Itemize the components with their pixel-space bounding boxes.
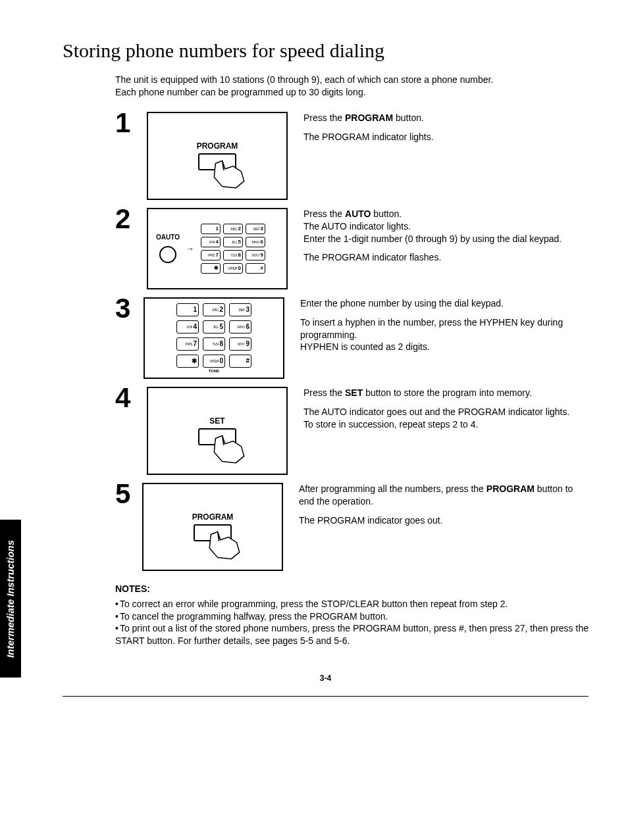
key-7: PRS7	[176, 337, 199, 351]
key-hash: #	[246, 263, 265, 274]
intro-paragraph: The unit is equipped with 10 stations (0…	[115, 74, 589, 99]
step-1: 1 PROGRAM Press the PROGRAM button. The …	[115, 112, 589, 200]
step-1-text: Press the PROGRAM button. The PROGRAM in…	[303, 112, 434, 150]
key-0: OPER0	[223, 263, 243, 274]
note-item: To cancel the programming halfway, press…	[115, 610, 589, 623]
key-5: JKL5	[223, 237, 243, 247]
key-1: 1	[201, 224, 221, 234]
step-5-text: After programming all the numbers, press…	[299, 483, 589, 533]
key-2: ABC2	[223, 224, 243, 234]
step-2: 2 OAUTO → 1 ABC2 DEF3 GHI4 JKL5 MNO6 PRS…	[115, 208, 589, 289]
note-item: To correct an error while programming, p…	[115, 598, 589, 610]
footer-rule	[63, 696, 589, 697]
page-content: Storing phone numbers for speed dialing …	[0, 0, 628, 723]
key-hash: #	[229, 355, 251, 368]
step-5: 5 PROGRAM After programming all the numb…	[115, 483, 589, 571]
note-item: To print out a list of the stored phone …	[115, 622, 589, 647]
hand-icon	[209, 157, 249, 191]
auto-label: OAUTO	[156, 234, 180, 241]
key-6: MNO6	[246, 237, 265, 247]
hand-icon	[204, 528, 245, 562]
step-number: 5	[115, 480, 142, 508]
key-6: MNO6	[229, 320, 251, 334]
step-1-figure: PROGRAM	[147, 112, 288, 200]
page-number: 3-4	[63, 674, 589, 683]
dial-keypad: 1 ABC2 DEF3 GHI4 JKL5 MNO6 PRS7 TUV8 WXY…	[201, 224, 265, 274]
dial-keypad-large: 1 ABC2 DEF3 GHI4 JKL5 MNO6 PRS7 TUV8 WXY…	[176, 303, 251, 368]
step-3: 3 1 ABC2 DEF3 GHI4 JKL5 MNO6 PRS7 TUV8 W…	[115, 297, 589, 379]
key-3: DEF3	[246, 224, 265, 234]
arrow-icon: →	[186, 244, 194, 253]
key-4: GHI4	[176, 320, 199, 334]
key-star: ✱	[201, 263, 221, 274]
key-9: WXY9	[229, 337, 251, 351]
notes-heading: NOTES:	[115, 583, 589, 595]
step-2-figure: OAUTO → 1 ABC2 DEF3 GHI4 JKL5 MNO6 PRS7 …	[147, 208, 288, 289]
step-3-text: Enter the phone number by using the dial…	[300, 297, 589, 360]
program-label: PROGRAM	[192, 512, 234, 522]
intro-line1: The unit is equipped with 10 stations (0…	[115, 74, 493, 85]
set-label: SET	[209, 416, 224, 426]
auto-button-graphic	[159, 246, 176, 263]
key-0: OPER0	[203, 355, 225, 368]
step-number: 4	[115, 384, 147, 412]
step-4-text: Press the SET button to store the progra…	[303, 387, 569, 437]
key-star: ✱	[176, 355, 199, 368]
hand-icon	[209, 432, 249, 466]
step-number: 1	[115, 109, 147, 137]
program-label: PROGRAM	[197, 141, 238, 151]
key-2: ABC2	[203, 303, 225, 316]
page-title: Storing phone numbers for speed dialing	[63, 39, 589, 62]
step-number: 3	[115, 295, 144, 322]
intro-line2: Each phone number can be programmed up t…	[115, 87, 366, 97]
key-4: GHI4	[201, 237, 221, 247]
step-5-figure: PROGRAM	[142, 483, 283, 571]
key-8: TUV8	[223, 250, 243, 260]
key-9: WXY9	[246, 250, 265, 260]
step-number: 2	[115, 205, 147, 233]
notes-section: NOTES: To correct an error while program…	[115, 583, 589, 647]
step-2-text: Press the AUTO button. The AUTO indicato…	[303, 208, 562, 271]
tone-label: TONE	[209, 369, 220, 373]
step-3-figure: 1 ABC2 DEF3 GHI4 JKL5 MNO6 PRS7 TUV8 WXY…	[144, 297, 284, 379]
key-5: JKL5	[203, 320, 225, 334]
key-7: PRS7	[201, 250, 221, 260]
key-8: TUV8	[203, 337, 225, 351]
step-4: 4 SET Press the SET button to store the …	[115, 387, 589, 475]
step-4-figure: SET	[147, 387, 288, 475]
key-3: DEF3	[229, 303, 251, 316]
key-1: 1	[176, 303, 199, 316]
